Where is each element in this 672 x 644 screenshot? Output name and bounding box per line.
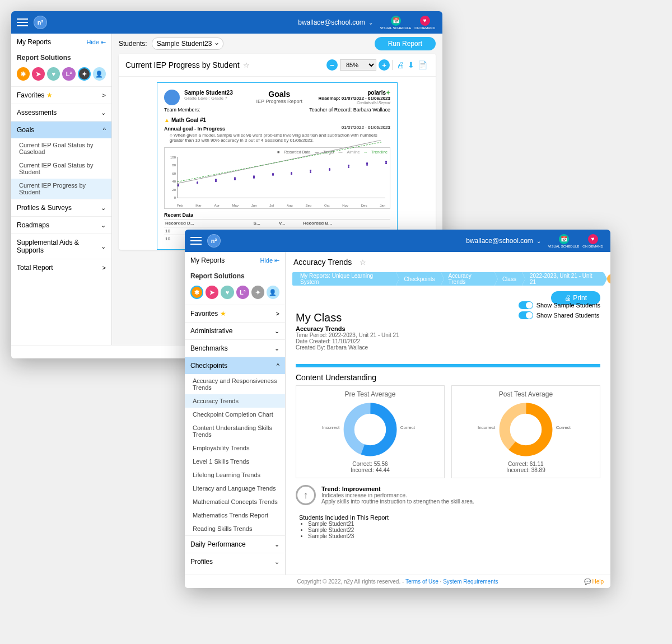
user-menu-chevron-icon[interactable]: ⌄ — [536, 238, 541, 244]
zoom-out-button[interactable]: − — [326, 59, 338, 71]
sysreq-link[interactable]: System Requirements — [443, 578, 498, 585]
nav-sub[interactable]: Checkpoint Completion Chart — [185, 408, 285, 421]
chevron-down-icon: ⌄ — [274, 541, 279, 548]
solution-icon[interactable]: ♥ — [221, 286, 234, 299]
students-list: Sample Student21 Sample Student22 Sample… — [299, 521, 597, 539]
solutions-row: ✱ ➤ ♥ L³ ✦ 👤 — [11, 65, 111, 86]
solution-icon[interactable]: ✦ — [251, 286, 264, 299]
nav-sub-progress[interactable]: Current IEP Progress by Student — [11, 179, 111, 199]
star-icon: ★ — [220, 310, 226, 318]
user-menu-chevron-icon[interactable]: ⌄ — [368, 20, 373, 26]
crumb[interactable]: Accuracy Trends — [441, 272, 494, 286]
nav-sub[interactable]: Employability Trends — [185, 441, 285, 455]
nav-benchmarks[interactable]: Benchmarks⌄ — [185, 339, 285, 357]
solution-icon[interactable]: ➤ — [32, 67, 45, 81]
my-reports-label: My Reports — [190, 256, 225, 264]
help-button[interactable]: 💬 Help — [584, 578, 604, 585]
solution-icon[interactable]: L³ — [62, 67, 75, 81]
doc-confidential: Confidential Report — [318, 101, 390, 105]
solution-icon[interactable]: ✱ — [17, 67, 30, 81]
solution-icon[interactable]: ✦ — [78, 67, 91, 81]
doc-subtitle: IEP Progress Report — [240, 99, 318, 104]
nav-sub[interactable]: Mathematics Trends Report — [185, 508, 285, 522]
nav-sub[interactable]: Accuracy and Responsiveness Trends — [185, 374, 285, 394]
nav-sub[interactable]: Literacy and Language Trends — [185, 482, 285, 495]
report-title: Current IEP Progress by Student — [125, 60, 240, 69]
doc-logo-icon — [164, 90, 180, 105]
document-icon[interactable]: 📄 — [418, 60, 427, 69]
nav-profiles-surveys[interactable]: Profiles & Surveys⌄ — [11, 199, 111, 216]
user-email[interactable]: bwallace@school.com — [298, 18, 365, 26]
hamburger-icon[interactable] — [17, 18, 28, 26]
on-demand-button[interactable]: ♥ ON DEMAND — [414, 16, 435, 30]
breadcrumb: My Reports: Unique Learning System Check… — [292, 272, 604, 286]
favorite-star-icon[interactable]: ☆ — [360, 258, 366, 267]
nav-profiles[interactable]: Profiles⌄ — [185, 553, 285, 570]
nav-goals[interactable]: Goals^ — [11, 121, 111, 138]
solution-icon[interactable]: 👤 — [267, 286, 279, 299]
nav-sub[interactable]: Mathematical Concepts Trends — [185, 495, 285, 508]
doc-annual-dates: 01/07/2022 - 01/06/2023 — [342, 125, 390, 132]
doc-roadmap: Roadmap: 01/07/2022 - 01/06/2023 — [318, 96, 390, 101]
nav-sub[interactable]: Content Understanding Skills Trends — [185, 421, 285, 441]
hamburger-icon[interactable] — [190, 237, 202, 245]
solution-icon[interactable]: ➤ — [206, 286, 218, 299]
run-report-button[interactable]: Run Report — [375, 37, 436, 50]
doc-annual: Annual goal - In Progress — [164, 126, 225, 132]
show-sample-toggle[interactable] — [519, 301, 533, 309]
nav-favorites[interactable]: Favorites ★ > — [11, 86, 111, 104]
app-logo[interactable]: n² — [207, 234, 221, 248]
crumb[interactable]: My Reports: Unique Learning System — [292, 272, 396, 286]
arrow-up-icon: ↑ — [296, 485, 316, 505]
visual-schedule-button[interactable]: 📅 VISUAL SCHEDULE — [548, 234, 579, 248]
crumb[interactable]: Class — [494, 272, 522, 286]
nav-sub-student[interactable]: Current IEP Goal Status by Student — [11, 158, 111, 179]
trend-desc-2: Apply skills into routine instruction to… — [321, 498, 474, 505]
favorite-star-icon[interactable]: ☆ — [243, 61, 250, 69]
app-logo[interactable]: n² — [34, 16, 47, 29]
heart-icon: ♥ — [588, 234, 598, 244]
nav-sub[interactable]: Lifelong Learning Trends — [185, 468, 285, 482]
solution-icon[interactable]: L³ — [236, 286, 249, 299]
crumb[interactable]: 2022-2023, Unit 21 - Unit 21 — [522, 272, 604, 286]
nav-roadmaps[interactable]: Roadmaps⌄ — [11, 216, 111, 234]
nav-administrative[interactable]: Administrative⌄ — [185, 322, 285, 339]
chevron-down-icon: ⌄ — [101, 243, 106, 250]
recent-data-title: Recent Data — [164, 212, 390, 218]
class-subtitle: Accuracy Trends — [296, 325, 600, 332]
solution-icon[interactable]: ♥ — [47, 67, 60, 81]
visual-schedule-button[interactable]: 📅 VISUAL SCHEDULE — [380, 16, 411, 30]
chevron-right-icon: > — [102, 264, 106, 271]
zoom-select[interactable]: 85% — [340, 59, 376, 71]
post-test-card: Post Test Average Incorrect Correct Corr… — [451, 385, 600, 478]
user-email[interactable]: bwallace@school.com — [466, 237, 533, 245]
zoom-in-button[interactable]: + — [379, 59, 390, 71]
on-demand-button[interactable]: ♥ ON DEMAND — [582, 234, 603, 248]
crumb[interactable]: Checkpoints — [396, 272, 440, 286]
chevron-down-icon: ⌄ — [101, 204, 106, 212]
footer: Copyright © 2022, n2y All rights reserve… — [185, 575, 610, 588]
nav-supplemental[interactable]: Supplemental Aids & Supports⌄ — [11, 234, 111, 259]
nav-checkpoints[interactable]: Checkpoints^ — [185, 357, 285, 374]
download-icon[interactable]: ⬇ — [408, 60, 414, 69]
nav-sub[interactable]: Accuracy Trends — [185, 394, 285, 408]
show-shared-toggle[interactable] — [519, 311, 533, 319]
nav-assessments[interactable]: Assessments⌄ — [11, 104, 111, 121]
print-icon[interactable]: 🖨 — [396, 60, 404, 69]
doc-student: Sample Student23 — [184, 90, 240, 96]
terms-link[interactable]: Terms of Use — [405, 578, 438, 585]
hide-sidebar-button[interactable]: Hide ⇤ — [86, 39, 106, 46]
nav-total-report[interactable]: Total Report> — [11, 259, 111, 276]
nav-sub-caseload[interactable]: Current IEP Goal Status by Caseload — [11, 138, 111, 158]
doc-brand: polaris✦ — [318, 90, 390, 96]
solution-icon[interactable]: 👤 — [93, 67, 106, 81]
nav-sub[interactable]: Level 1 Skills Trends — [185, 455, 285, 468]
hide-sidebar-button[interactable]: Hide ⇤ — [260, 257, 279, 264]
solution-icon[interactable]: ✱ — [190, 286, 203, 299]
nav-favorites[interactable]: Favorites ★ > — [185, 305, 285, 322]
help-icon[interactable]: ? — [607, 274, 610, 284]
nav-daily-performance[interactable]: Daily Performance⌄ — [185, 535, 285, 553]
nav-sub[interactable]: Reading Skills Trends — [185, 522, 285, 535]
trend-title: Trend: Improvement — [321, 486, 474, 492]
students-dropdown[interactable]: Sample Student23 — [152, 38, 224, 50]
